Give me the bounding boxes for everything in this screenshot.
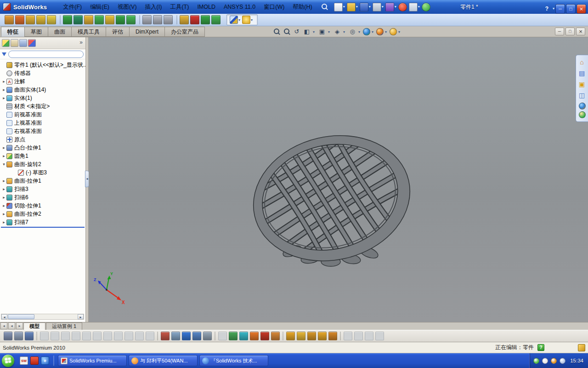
- open-document-button[interactable]: [347, 3, 356, 12]
- toolbar-icon[interactable]: [192, 332, 201, 340]
- tab-motion-study[interactable]: 运动算例 1: [46, 322, 82, 330]
- toolbar-icon[interactable]: [142, 15, 152, 24]
- doc-restore-button[interactable]: [565, 28, 575, 35]
- expand-arrow-icon[interactable]: [1, 195, 6, 200]
- tree-item-surface-extrude2[interactable]: 曲面-拉伸2: [0, 210, 85, 218]
- print-dropdown-icon[interactable]: [382, 0, 384, 14]
- tray-icon[interactable]: [533, 358, 539, 364]
- toolbar-icon[interactable]: [164, 15, 173, 24]
- tab-dimxpert[interactable]: DimXpert: [129, 27, 164, 37]
- tab-mold-tools[interactable]: 模具工具: [71, 27, 106, 37]
- tree-item-solid-bodies[interactable]: 实体(1): [0, 94, 85, 102]
- scene-dropdown-icon[interactable]: [385, 30, 387, 34]
- appearance-dropdown-icon[interactable]: [372, 30, 373, 34]
- toolbar-icon[interactable]: [105, 15, 114, 24]
- toolbar-icon[interactable]: [84, 15, 93, 24]
- toolbar-icon[interactable]: [47, 15, 56, 24]
- dimxpert-manager-tab-icon[interactable]: [28, 39, 36, 47]
- open-dropdown-icon[interactable]: [356, 0, 358, 14]
- toolbar-icon[interactable]: [26, 15, 35, 24]
- tab-scroll-first-icon[interactable]: [0, 322, 7, 329]
- tab-features[interactable]: 特征: [1, 27, 24, 37]
- expand-arrow-icon[interactable]: [1, 212, 6, 216]
- toolbar-icon[interactable]: [271, 332, 280, 340]
- menu-window[interactable]: 窗口(W): [260, 0, 288, 14]
- scroll-right-icon[interactable]: [78, 314, 84, 319]
- taskbar-button-solidworks[interactable]: SolidWorks Premiu...: [58, 355, 127, 366]
- expand-arrow-icon[interactable]: [1, 145, 6, 150]
- tab-scroll-right-icon[interactable]: [16, 322, 23, 329]
- hideshow-dropdown-icon[interactable]: [358, 30, 360, 34]
- toolbar-icon[interactable]: [297, 332, 305, 340]
- section-view-icon[interactable]: [302, 27, 311, 36]
- display-style-icon[interactable]: [333, 27, 342, 36]
- tree-item-fillet1[interactable]: 圆角1: [0, 152, 85, 160]
- toolbar-icon[interactable]: [116, 15, 125, 24]
- tree-item-boss-extrude1[interactable]: 凸台-拉伸1: [0, 144, 85, 152]
- toolbar-icon[interactable]: [260, 332, 269, 340]
- print-button[interactable]: [373, 3, 381, 12]
- tree-item-sweep7[interactable]: 扫描7: [0, 218, 85, 226]
- toolbar-icon[interactable]: [126, 15, 136, 24]
- toolbar-icon[interactable]: [15, 15, 24, 24]
- tree-item-origin[interactable]: 原点: [0, 135, 85, 144]
- doc-close-button[interactable]: [576, 28, 585, 35]
- start-button[interactable]: [2, 355, 14, 367]
- taskbar-button-chat[interactable]: 与 邱利平504(WAN...: [129, 355, 198, 366]
- toolbar-icon[interactable]: [328, 332, 337, 340]
- tree-item-material[interactable]: 材质 <未指定>: [0, 102, 85, 110]
- viewsettings-dropdown-icon[interactable]: [398, 30, 400, 34]
- new-document-button[interactable]: [334, 3, 343, 12]
- toolbar-icon[interactable]: [190, 15, 199, 24]
- toolbar-icon[interactable]: [201, 15, 210, 24]
- menu-tools[interactable]: 工具(T): [166, 0, 193, 14]
- property-manager-tab-icon[interactable]: [11, 39, 18, 47]
- scroll-left-icon[interactable]: [1, 314, 7, 319]
- menu-view[interactable]: 视图(V): [113, 0, 141, 14]
- options-dropdown-icon[interactable]: [418, 0, 420, 14]
- toolbar-icon[interactable]: [4, 332, 12, 340]
- menu-help[interactable]: 帮助(H): [288, 0, 316, 14]
- solidworks-resources-icon[interactable]: [576, 57, 588, 68]
- save-button[interactable]: [360, 3, 368, 12]
- view-settings-icon[interactable]: [390, 28, 397, 35]
- help-button[interactable]: ?: [543, 6, 551, 12]
- tree-item-front-plane[interactable]: 前视基准面: [0, 110, 85, 119]
- toolbar-icon[interactable]: [95, 15, 104, 24]
- feature-manager-tab-icon[interactable]: [2, 39, 10, 47]
- quicklaunch-app-icon[interactable]: [30, 356, 39, 365]
- menu-insert[interactable]: 插入(I): [141, 0, 166, 14]
- tree-root-part[interactable]: 零件1 (默认<<默认>_显示状...: [0, 61, 85, 69]
- previous-view-icon[interactable]: [292, 27, 301, 36]
- menu-ansys[interactable]: ANSYS 11.0: [220, 0, 260, 14]
- toolbar-icon[interactable]: [153, 15, 162, 24]
- toolbar-icon[interactable]: [182, 332, 191, 340]
- doc-minimize-button[interactable]: [555, 28, 564, 35]
- expand-arrow-icon[interactable]: [1, 220, 6, 224]
- file-explorer-icon[interactable]: [576, 79, 588, 90]
- toolbar-icon[interactable]: [36, 15, 45, 24]
- display-dropdown-icon[interactable]: [343, 30, 345, 34]
- zoom-fit-icon[interactable]: [272, 27, 281, 36]
- toolbar-icon[interactable]: [229, 332, 237, 340]
- toolbar-icon[interactable]: [180, 15, 189, 24]
- sketch-dropdown-icon[interactable]: [238, 18, 240, 22]
- tray-icon[interactable]: [560, 358, 565, 364]
- tree-item-annotations[interactable]: 注解: [0, 77, 85, 86]
- toolbar-icon[interactable]: [63, 15, 72, 24]
- save-dropdown-icon[interactable]: [369, 0, 371, 14]
- toolbar-icon[interactable]: [74, 15, 83, 24]
- design-library-icon[interactable]: [576, 68, 588, 79]
- configuration-manager-tab-icon[interactable]: [19, 39, 27, 47]
- toolbar-icon[interactable]: [203, 332, 212, 340]
- tree-item-sensors[interactable]: 传感器: [0, 69, 85, 77]
- toolbar-icon[interactable]: [5, 15, 14, 24]
- graphics-viewport[interactable]: X Y Z: [89, 37, 588, 322]
- tree-item-top-plane[interactable]: 上视基准面: [0, 119, 85, 127]
- toolbar-icon[interactable]: [25, 332, 34, 340]
- apply-scene-icon[interactable]: [376, 28, 384, 35]
- options-button[interactable]: [409, 3, 418, 12]
- toolbar-icon[interactable]: [286, 332, 295, 340]
- tree-item-surface-revolve2[interactable]: 曲面-旋转2: [0, 160, 85, 168]
- tab-model[interactable]: 模型: [23, 322, 45, 330]
